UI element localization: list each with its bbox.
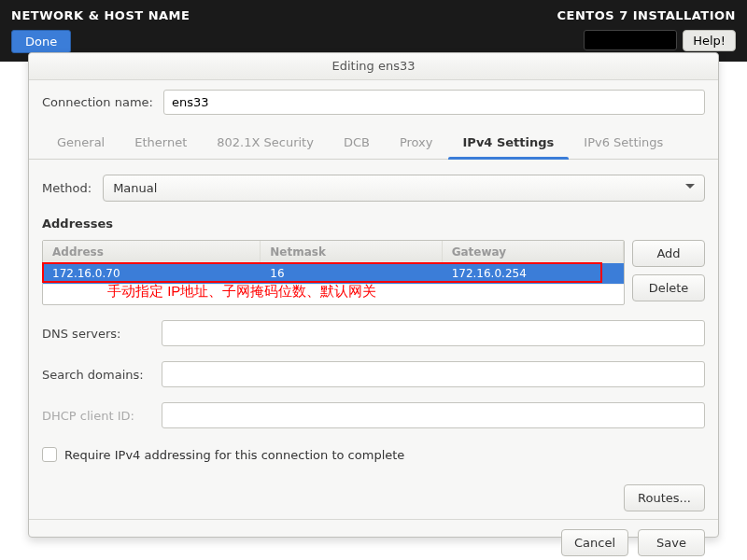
require-ipv4-label: Require IPv4 addressing for this connect… xyxy=(64,448,404,462)
edit-connection-dialog: Editing ens33 Connection name: General E… xyxy=(28,52,719,538)
col-address: Address xyxy=(43,241,261,263)
done-button[interactable]: Done xyxy=(11,30,71,53)
page-title: NETWORK & HOST NAME xyxy=(11,8,190,22)
require-ipv4-checkbox[interactable] xyxy=(42,447,57,462)
tab-general[interactable]: General xyxy=(42,128,120,159)
connection-name-label: Connection name: xyxy=(42,95,154,109)
search-domains-label: Search domains: xyxy=(42,368,154,382)
tab-dcb[interactable]: DCB xyxy=(329,128,385,159)
language-selector[interactable] xyxy=(584,30,677,50)
tab-ethernet[interactable]: Ethernet xyxy=(120,128,202,159)
tab-8021x[interactable]: 802.1X Security xyxy=(202,128,329,159)
search-domains-input[interactable] xyxy=(162,361,705,387)
installer-title: CENTOS 7 INSTALLATION xyxy=(557,8,736,22)
save-button[interactable]: Save xyxy=(638,529,705,556)
dialog-title: Editing ens33 xyxy=(29,53,718,80)
tab-ipv6[interactable]: IPv6 Settings xyxy=(569,128,678,159)
col-gateway: Gateway xyxy=(443,241,624,263)
add-address-button[interactable]: Add xyxy=(632,240,705,267)
addresses-table[interactable]: Address Netmask Gateway 172.16.0.70 16 1… xyxy=(42,240,625,305)
dhcp-client-id-input[interactable] xyxy=(162,402,705,428)
tab-proxy[interactable]: Proxy xyxy=(385,128,448,159)
method-select[interactable]: Manual xyxy=(103,175,705,202)
connection-name-input[interactable] xyxy=(163,90,705,115)
tab-ipv4[interactable]: IPv4 Settings xyxy=(448,128,570,159)
dhcp-client-id-label: DHCP client ID: xyxy=(42,409,154,423)
address-row-selected[interactable]: 172.16.0.70 16 172.16.0.254 xyxy=(43,263,624,284)
cell-netmask: 16 xyxy=(261,263,442,284)
cancel-button[interactable]: Cancel xyxy=(561,529,628,556)
col-netmask: Netmask xyxy=(261,241,442,263)
cell-address: 172.16.0.70 xyxy=(43,263,261,284)
routes-button[interactable]: Routes... xyxy=(624,484,705,511)
method-label: Method: xyxy=(42,181,92,195)
dns-input[interactable] xyxy=(162,320,705,346)
dns-label: DNS servers: xyxy=(42,327,154,341)
cell-gateway: 172.16.0.254 xyxy=(443,263,624,284)
addresses-heading: Addresses xyxy=(42,217,705,231)
help-button[interactable]: Help! xyxy=(683,30,736,51)
delete-address-button[interactable]: Delete xyxy=(632,274,705,301)
settings-tabs: General Ethernet 802.1X Security DCB Pro… xyxy=(29,128,718,160)
